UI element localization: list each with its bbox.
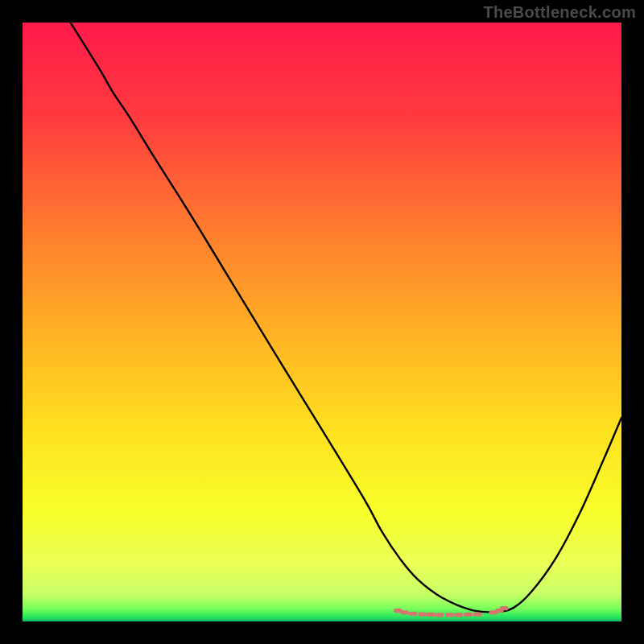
marker-dash xyxy=(400,610,409,614)
marker-dash xyxy=(445,613,454,617)
marker-dash xyxy=(464,613,473,617)
watermark-text: TheBottleneck.com xyxy=(483,3,636,22)
marker-dash xyxy=(418,612,427,616)
chart-frame: TheBottleneck.com xyxy=(0,0,644,644)
marker-dash xyxy=(427,613,436,617)
gradient-background xyxy=(23,23,621,621)
marker-dash xyxy=(435,613,444,617)
plot-area xyxy=(23,23,621,621)
marker-dash xyxy=(454,613,463,617)
marker-dash xyxy=(500,606,509,610)
chart-svg xyxy=(23,23,621,621)
marker-dash xyxy=(409,612,418,616)
marker-dash xyxy=(473,612,482,616)
